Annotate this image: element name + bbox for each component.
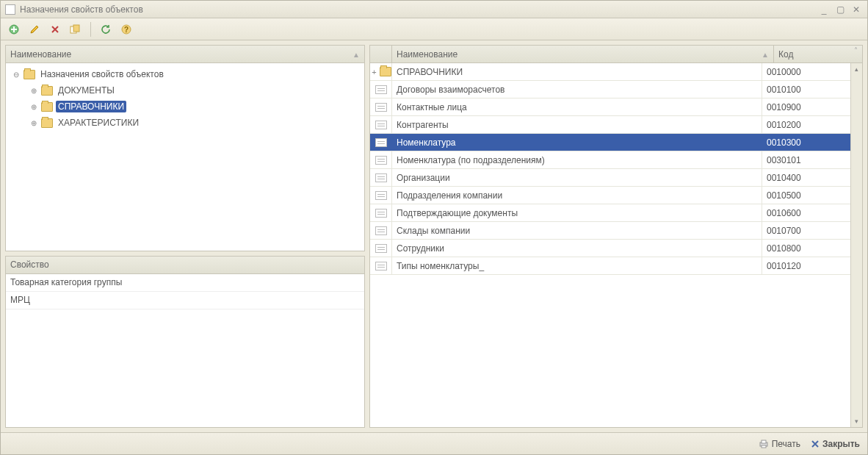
props-header-label: Свойство [10, 259, 49, 270]
item-icon [375, 173, 387, 182]
row-name: Контактные лица [392, 98, 762, 115]
table-row[interactable]: Номенклатура0010300 [370, 134, 850, 151]
tree-panel: Наименование ▲ ⊖ Назначения свойств объе… [5, 45, 365, 251]
vertical-scrollbar[interactable]: ▴ ▾ [850, 63, 862, 427]
table-header-icon [370, 46, 392, 62]
property-label: МРЦ [10, 295, 30, 305]
expander-icon[interactable]: ⊕ [29, 103, 38, 111]
table-row[interactable]: Сотрудники0010800 [370, 240, 850, 257]
property-label: Товарная категория группы [10, 277, 122, 287]
props-body[interactable]: Товарная категория группыМРЦ [6, 274, 364, 427]
item-icon [375, 209, 387, 218]
row-code: 0010800 [762, 240, 850, 257]
expander-icon[interactable]: ⊖ [12, 71, 21, 79]
cross-icon [50, 24, 60, 35]
tree-item[interactable]: ⊕ДОКУМЕНТЫ [9, 82, 361, 98]
folder-icon [41, 86, 53, 96]
props-header-name[interactable]: Свойство [6, 257, 364, 273]
table-body[interactable]: +СПРАВОЧНИКИ0010000Договоры взаиморасчет… [370, 63, 850, 427]
row-code: 0010200 [762, 116, 850, 133]
tree-root-label: Назначения свойств объектов [38, 68, 166, 80]
table-row[interactable]: Контрагенты0010200 [370, 116, 850, 134]
row-code: 0010700 [762, 222, 850, 239]
row-icon-cell [370, 222, 392, 239]
right-pane: Наименование ▲ Код ˄ +СПРАВОЧНИКИ0010000… [369, 45, 863, 428]
row-name: Подтверждающие документы [392, 204, 762, 221]
row-code: 0010120 [762, 257, 850, 274]
table-row[interactable]: +СПРАВОЧНИКИ0010000 [370, 63, 850, 81]
row-name: Организации [392, 169, 762, 186]
property-row[interactable]: МРЦ [6, 292, 364, 309]
row-name: Договоры взаиморасчетов [392, 81, 762, 98]
tree-item[interactable]: ⊕ХАРАКТЕРИСТИКИ [9, 115, 361, 131]
tree-item-label: ДОКУМЕНТЫ [56, 85, 117, 96]
item-icon [375, 226, 387, 235]
item-icon [375, 138, 387, 147]
row-code: 0030101 [762, 151, 850, 168]
table-wrap: +СПРАВОЧНИКИ0010000Договоры взаиморасчет… [370, 63, 862, 427]
row-name: СПРАВОЧНИКИ [392, 63, 762, 80]
row-name: Сотрудники [392, 240, 762, 257]
add-button[interactable] [5, 21, 23, 37]
row-marker: + [371, 68, 378, 76]
window-title: Назначения свойств объектов [20, 4, 814, 15]
svg-text:?: ? [124, 26, 129, 34]
delete-button[interactable] [46, 21, 64, 37]
table-row[interactable]: Контактные лица0010900 [370, 98, 850, 116]
table-row[interactable]: Склады компании0010700 [370, 222, 850, 240]
close-window-button[interactable]: ✕ [850, 4, 863, 15]
item-icon [375, 156, 387, 165]
window: Назначения свойств объектов _ ▢ ✕ ? [0, 0, 868, 455]
folder-icon [380, 67, 391, 76]
property-row[interactable]: Товарная категория группы [6, 274, 364, 292]
table-row[interactable]: Номенклатура (по подразделениям)0030101 [370, 151, 850, 169]
print-button[interactable]: Печать [759, 439, 800, 449]
tree-body[interactable]: ⊖ Назначения свойств объектов ⊕ДОКУМЕНТЫ… [6, 63, 364, 251]
row-icon-cell [370, 81, 392, 98]
printer-icon [759, 439, 769, 449]
close-button[interactable]: Закрыть [811, 439, 860, 449]
item-icon [375, 85, 387, 94]
properties-panel: Свойство Товарная категория группыМРЦ [5, 256, 365, 428]
help-button[interactable]: ? [117, 21, 135, 37]
app-icon [5, 4, 15, 15]
row-code: 0010300 [762, 134, 850, 151]
row-icon-cell [370, 134, 392, 151]
refresh-button[interactable] [97, 21, 115, 37]
edit-button[interactable] [26, 21, 43, 37]
props-header: Свойство [6, 257, 364, 274]
row-name: Номенклатура [392, 134, 762, 151]
close-icon [811, 440, 820, 448]
row-icon-cell [370, 204, 392, 221]
print-label: Печать [772, 439, 800, 449]
table-row[interactable]: Договоры взаиморасчетов0010100 [370, 81, 850, 98]
expander-icon[interactable]: ⊕ [29, 119, 38, 127]
table-row[interactable]: Подтверждающие документы0010600 [370, 204, 850, 222]
left-pane: Наименование ▲ ⊖ Назначения свойств объе… [5, 45, 365, 428]
row-name: Типы номенклатуры_ [392, 257, 762, 274]
table-header-code[interactable]: Код ˄ [774, 46, 862, 62]
row-name: Подразделения компании [392, 187, 762, 204]
item-icon [375, 121, 387, 129]
scroll-down-icon[interactable]: ▾ [851, 415, 862, 427]
table-row[interactable]: Организации0010400 [370, 169, 850, 187]
tree-item[interactable]: ⊕СПРАВОЧНИКИ [9, 98, 361, 115]
row-icon-cell [370, 187, 392, 204]
copy-button[interactable] [67, 21, 84, 37]
table-row[interactable]: Подразделения компании0010500 [370, 187, 850, 204]
expander-icon[interactable]: ⊕ [29, 87, 38, 95]
table-row[interactable]: Типы номенклатуры_0010120 [370, 257, 850, 275]
minimize-button[interactable]: _ [817, 4, 831, 15]
toolbar-separator [90, 22, 91, 37]
row-icon-cell [370, 98, 392, 115]
row-icon-cell [370, 240, 392, 257]
refresh-icon [101, 24, 111, 35]
sort-asc-icon: ▲ [762, 50, 769, 58]
scroll-up-icon[interactable]: ▴ [851, 63, 862, 75]
table-header-name[interactable]: Наименование ▲ [392, 46, 774, 62]
tree-root[interactable]: ⊖ Назначения свойств объектов [9, 66, 361, 82]
maximize-button[interactable]: ▢ [833, 4, 847, 15]
sort-indicator-icon: ˄ [854, 46, 858, 54]
svg-rect-7 [762, 445, 766, 448]
tree-header-name[interactable]: Наименование ▲ [6, 46, 364, 62]
